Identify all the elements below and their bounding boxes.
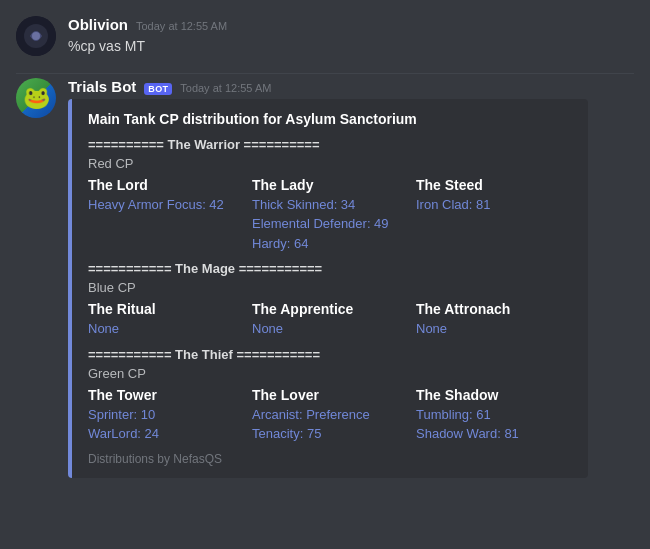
- warrior-grid: The Lord Heavy Armor Focus: 42 The Lady …: [88, 177, 572, 254]
- embed-title: Main Tank CP distribution for Asylum San…: [88, 111, 572, 127]
- bot-badge: BOT: [144, 83, 172, 95]
- warrior-lady-header: The Lady: [252, 177, 408, 193]
- embed-footer: Distributions by NefasQS: [88, 452, 572, 466]
- section-thief-divider: =========== The Thief ===========: [88, 347, 572, 362]
- timestamp-oblivion: Today at 12:55 AM: [136, 20, 227, 32]
- message-content-bot: Trials Bot BOT Today at 12:55 AM Main Ta…: [68, 78, 634, 478]
- thief-tower-header: The Tower: [88, 387, 244, 403]
- warrior-steed-header: The Steed: [416, 177, 572, 193]
- avatar-oblivion: [16, 16, 56, 56]
- mage-ritual-header: The Ritual: [88, 301, 244, 317]
- mage-attronach-header: The Attronach: [416, 301, 572, 317]
- svg-point-2: [32, 32, 40, 40]
- message-text-oblivion: %cp vas MT: [68, 37, 634, 57]
- warrior-col-2: The Lady Thick Skinned: 34 Elemental Def…: [252, 177, 408, 254]
- message-content-oblivion: Oblivion Today at 12:55 AM %cp vas MT: [68, 16, 634, 57]
- thief-shadow-header: The Shadow: [416, 387, 572, 403]
- mage-apprentice-header: The Apprentice: [252, 301, 408, 317]
- warrior-steed-value: Iron Clad: 81: [416, 195, 572, 215]
- thief-col-2: The Lover Arcanist: Preference Tenacity:…: [252, 387, 408, 444]
- warrior-lord-value: Heavy Armor Focus: 42: [88, 195, 244, 215]
- thief-col-3: The Shadow Tumbling: 61 Shadow Ward: 81: [416, 387, 572, 444]
- mage-col-3: The Attronach None: [416, 301, 572, 339]
- username-oblivion: Oblivion: [68, 16, 128, 33]
- message-bot: 🐸 Trials Bot BOT Today at 12:55 AM Main …: [16, 78, 634, 478]
- avatar-bot: 🐸: [16, 78, 56, 118]
- mage-ritual-value: None: [88, 319, 244, 339]
- thief-cp-label: Green CP: [88, 366, 572, 381]
- mage-cp-label: Blue CP: [88, 280, 572, 295]
- message-divider: [16, 73, 634, 74]
- section-warrior-divider: ========== The Warrior ==========: [88, 137, 572, 152]
- thief-lover-values: Arcanist: Preference Tenacity: 75: [252, 405, 408, 444]
- warrior-cp-label: Red CP: [88, 156, 572, 171]
- mage-col-2: The Apprentice None: [252, 301, 408, 339]
- thief-grid: The Tower Sprinter: 10 WarLord: 24 The L…: [88, 387, 572, 444]
- embed-container: Main Tank CP distribution for Asylum San…: [68, 99, 588, 478]
- mage-apprentice-value: None: [252, 319, 408, 339]
- warrior-col-1: The Lord Heavy Armor Focus: 42: [88, 177, 244, 254]
- warrior-lady-values: Thick Skinned: 34 Elemental Defender: 49…: [252, 195, 408, 254]
- thief-col-1: The Tower Sprinter: 10 WarLord: 24: [88, 387, 244, 444]
- mage-attronach-value: None: [416, 319, 572, 339]
- timestamp-bot: Today at 12:55 AM: [180, 82, 271, 94]
- thief-lover-header: The Lover: [252, 387, 408, 403]
- thief-tower-values: Sprinter: 10 WarLord: 24: [88, 405, 244, 444]
- section-mage-divider: =========== The Mage ===========: [88, 261, 572, 276]
- mage-col-1: The Ritual None: [88, 301, 244, 339]
- warrior-col-3: The Steed Iron Clad: 81: [416, 177, 572, 254]
- message-header-oblivion: Oblivion Today at 12:55 AM: [68, 16, 634, 33]
- username-bot: Trials Bot: [68, 78, 136, 95]
- message-oblivion: Oblivion Today at 12:55 AM %cp vas MT: [16, 16, 634, 57]
- thief-shadow-values: Tumbling: 61 Shadow Ward: 81: [416, 405, 572, 444]
- warrior-lord-header: The Lord: [88, 177, 244, 193]
- mage-grid: The Ritual None The Apprentice None The …: [88, 301, 572, 339]
- message-header-bot: Trials Bot BOT Today at 12:55 AM: [68, 78, 634, 95]
